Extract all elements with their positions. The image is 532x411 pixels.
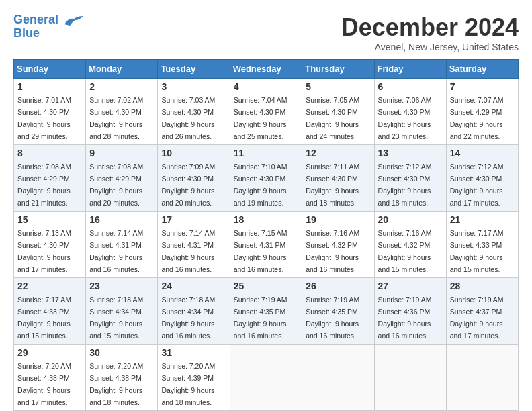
day-number: 31	[161, 347, 226, 358]
calendar-cell: 16 Sunrise: 7:14 AMSunset: 4:31 PMDaylig…	[86, 212, 158, 278]
day-info: Sunrise: 7:08 AMSunset: 4:29 PMDaylight:…	[17, 163, 71, 207]
day-number: 15	[17, 214, 82, 225]
day-info: Sunrise: 7:12 AMSunset: 4:30 PMDaylight:…	[378, 163, 432, 207]
calendar-header-tuesday: Tuesday	[158, 60, 230, 79]
calendar-week-row: 8 Sunrise: 7:08 AMSunset: 4:29 PMDayligh…	[14, 145, 519, 212]
title-block: December 2024 Avenel, New Jersey, United…	[341, 13, 519, 52]
calendar-week-row: 1 Sunrise: 7:01 AMSunset: 4:30 PMDayligh…	[14, 79, 519, 145]
day-number: 6	[378, 81, 443, 92]
day-info: Sunrise: 7:07 AMSunset: 4:29 PMDaylight:…	[450, 96, 504, 140]
calendar-header-row: SundayMondayTuesdayWednesdayThursdayFrid…	[14, 60, 519, 79]
calendar-cell: 26 Sunrise: 7:19 AMSunset: 4:35 PMDaylig…	[302, 278, 374, 345]
day-number: 22	[17, 281, 82, 291]
day-number: 25	[234, 281, 299, 291]
day-info: Sunrise: 7:14 AMSunset: 4:31 PMDaylight:…	[89, 229, 143, 273]
calendar-cell: 7 Sunrise: 7:07 AMSunset: 4:29 PMDayligh…	[446, 79, 518, 145]
calendar-week-row: 15 Sunrise: 7:13 AMSunset: 4:30 PMDaylig…	[14, 212, 519, 278]
day-info: Sunrise: 7:17 AMSunset: 4:33 PMDaylight:…	[450, 229, 504, 273]
calendar-week-row: 29 Sunrise: 7:20 AMSunset: 4:38 PMDaylig…	[14, 345, 519, 411]
calendar-cell: 14 Sunrise: 7:12 AMSunset: 4:30 PMDaylig…	[446, 145, 518, 212]
calendar-cell: 12 Sunrise: 7:11 AMSunset: 4:30 PMDaylig…	[302, 145, 374, 212]
day-number: 18	[234, 214, 299, 225]
calendar-cell: 31 Sunrise: 7:20 AMSunset: 4:39 PMDaylig…	[158, 345, 230, 411]
day-info: Sunrise: 7:16 AMSunset: 4:32 PMDaylight:…	[378, 229, 432, 273]
calendar-cell: 22 Sunrise: 7:17 AMSunset: 4:33 PMDaylig…	[14, 278, 86, 345]
day-info: Sunrise: 7:16 AMSunset: 4:32 PMDaylight:…	[306, 229, 359, 273]
calendar-cell: 15 Sunrise: 7:13 AMSunset: 4:30 PMDaylig…	[14, 212, 86, 278]
day-number: 16	[89, 214, 154, 225]
logo-text: General	[13, 13, 62, 26]
calendar-header-saturday: Saturday	[446, 60, 518, 79]
calendar-cell	[230, 345, 302, 411]
day-number: 4	[234, 81, 299, 92]
day-info: Sunrise: 7:18 AMSunset: 4:34 PMDaylight:…	[161, 295, 215, 340]
calendar-cell: 1 Sunrise: 7:01 AMSunset: 4:30 PMDayligh…	[14, 79, 86, 145]
day-info: Sunrise: 7:19 AMSunset: 4:37 PMDaylight:…	[450, 295, 504, 340]
day-number: 14	[450, 148, 515, 158]
calendar-cell: 17 Sunrise: 7:14 AMSunset: 4:31 PMDaylig…	[158, 212, 230, 278]
day-number: 23	[89, 281, 154, 291]
day-info: Sunrise: 7:10 AMSunset: 4:30 PMDaylight:…	[234, 163, 287, 207]
calendar-cell: 30 Sunrise: 7:20 AMSunset: 4:38 PMDaylig…	[86, 345, 158, 411]
day-info: Sunrise: 7:20 AMSunset: 4:38 PMDaylight:…	[89, 362, 143, 406]
day-number: 27	[378, 281, 443, 291]
day-info: Sunrise: 7:19 AMSunset: 4:35 PMDaylight:…	[234, 295, 287, 340]
calendar-table: SundayMondayTuesdayWednesdayThursdayFrid…	[13, 59, 519, 411]
day-number: 3	[161, 81, 226, 92]
day-number: 30	[89, 347, 154, 358]
location: Avenel, New Jersey, United States	[341, 42, 519, 52]
day-number: 7	[450, 81, 515, 92]
day-number: 10	[161, 148, 226, 158]
day-number: 20	[378, 214, 443, 225]
day-number: 24	[161, 281, 226, 291]
day-info: Sunrise: 7:18 AMSunset: 4:34 PMDaylight:…	[89, 295, 143, 340]
day-info: Sunrise: 7:13 AMSunset: 4:30 PMDaylight:…	[17, 229, 71, 273]
calendar-header-thursday: Thursday	[302, 60, 374, 79]
calendar-cell: 4 Sunrise: 7:04 AMSunset: 4:30 PMDayligh…	[230, 79, 302, 145]
day-info: Sunrise: 7:20 AMSunset: 4:38 PMDaylight:…	[17, 362, 71, 406]
day-number: 8	[17, 148, 82, 158]
day-info: Sunrise: 7:12 AMSunset: 4:30 PMDaylight:…	[450, 163, 504, 207]
calendar-cell: 18 Sunrise: 7:15 AMSunset: 4:31 PMDaylig…	[230, 212, 302, 278]
calendar-header-sunday: Sunday	[14, 60, 86, 79]
day-number: 19	[306, 214, 370, 225]
calendar-cell: 6 Sunrise: 7:06 AMSunset: 4:30 PMDayligh…	[374, 79, 446, 145]
day-info: Sunrise: 7:20 AMSunset: 4:39 PMDaylight:…	[161, 362, 215, 406]
calendar-cell: 29 Sunrise: 7:20 AMSunset: 4:38 PMDaylig…	[14, 345, 86, 411]
calendar-cell: 8 Sunrise: 7:08 AMSunset: 4:29 PMDayligh…	[14, 145, 86, 212]
day-number: 13	[378, 148, 443, 158]
day-number: 21	[450, 214, 515, 225]
calendar-cell	[446, 345, 518, 411]
day-info: Sunrise: 7:14 AMSunset: 4:31 PMDaylight:…	[161, 229, 215, 273]
calendar-cell: 25 Sunrise: 7:19 AMSunset: 4:35 PMDaylig…	[230, 278, 302, 345]
day-info: Sunrise: 7:11 AMSunset: 4:30 PMDaylight:…	[306, 163, 359, 207]
month-title: December 2024	[341, 13, 519, 42]
calendar-cell: 21 Sunrise: 7:17 AMSunset: 4:33 PMDaylig…	[446, 212, 518, 278]
logo-bird-icon	[63, 15, 85, 27]
day-info: Sunrise: 7:09 AMSunset: 4:30 PMDaylight:…	[161, 163, 215, 207]
day-info: Sunrise: 7:06 AMSunset: 4:30 PMDaylight:…	[378, 96, 432, 140]
calendar-cell: 24 Sunrise: 7:18 AMSunset: 4:34 PMDaylig…	[158, 278, 230, 345]
calendar-cell	[302, 345, 374, 411]
day-number: 28	[450, 281, 515, 291]
calendar-cell: 27 Sunrise: 7:19 AMSunset: 4:36 PMDaylig…	[374, 278, 446, 345]
day-info: Sunrise: 7:03 AMSunset: 4:30 PMDaylight:…	[161, 96, 215, 140]
calendar-week-row: 22 Sunrise: 7:17 AMSunset: 4:33 PMDaylig…	[14, 278, 519, 345]
calendar-cell: 11 Sunrise: 7:10 AMSunset: 4:30 PMDaylig…	[230, 145, 302, 212]
calendar-cell: 20 Sunrise: 7:16 AMSunset: 4:32 PMDaylig…	[374, 212, 446, 278]
day-number: 26	[306, 281, 370, 291]
day-number: 2	[89, 81, 154, 92]
day-info: Sunrise: 7:08 AMSunset: 4:29 PMDaylight:…	[89, 163, 143, 207]
logo-general: General	[13, 13, 58, 26]
calendar-cell: 10 Sunrise: 7:09 AMSunset: 4:30 PMDaylig…	[158, 145, 230, 212]
calendar-cell: 23 Sunrise: 7:18 AMSunset: 4:34 PMDaylig…	[86, 278, 158, 345]
logo-blue: Blue	[13, 27, 40, 40]
calendar-cell	[374, 345, 446, 411]
day-info: Sunrise: 7:01 AMSunset: 4:30 PMDaylight:…	[17, 96, 71, 140]
day-info: Sunrise: 7:19 AMSunset: 4:35 PMDaylight:…	[306, 295, 359, 340]
day-info: Sunrise: 7:05 AMSunset: 4:30 PMDaylight:…	[306, 96, 359, 140]
day-info: Sunrise: 7:04 AMSunset: 4:30 PMDaylight:…	[234, 96, 287, 140]
day-info: Sunrise: 7:19 AMSunset: 4:36 PMDaylight:…	[378, 295, 432, 340]
calendar-header-monday: Monday	[86, 60, 158, 79]
day-number: 12	[306, 148, 370, 158]
